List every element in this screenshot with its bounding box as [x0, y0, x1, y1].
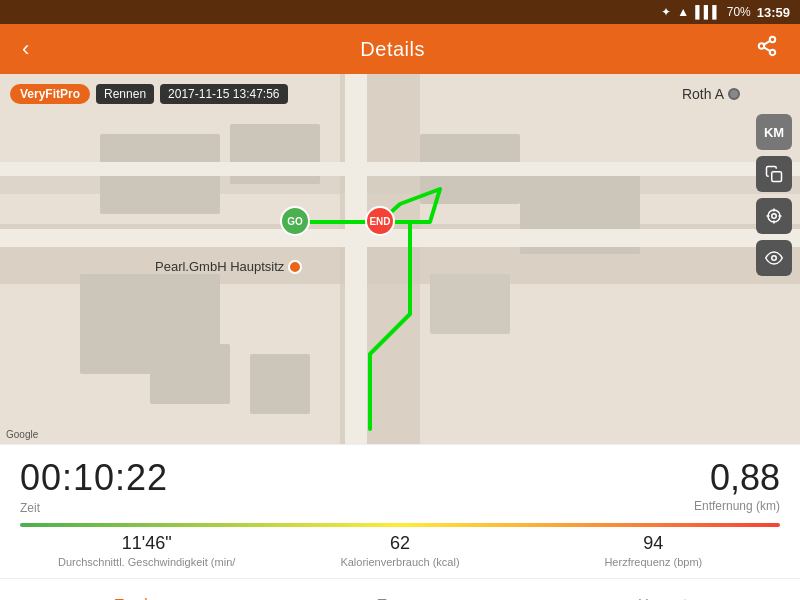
bottom-nav: Track Tempo Herzrate	[0, 578, 800, 600]
svg-line-3	[764, 47, 770, 51]
end-marker: END	[365, 206, 395, 236]
speed-value: 11'46"	[20, 533, 273, 554]
type-tag: Rennen	[96, 84, 154, 104]
distance-value: 0,88	[694, 457, 780, 499]
time-stat: 00:10:22 Zeit	[20, 457, 168, 515]
svg-rect-15	[150, 344, 230, 404]
color-bar	[20, 523, 780, 527]
svg-rect-13	[430, 274, 510, 334]
roth-label: Roth A	[682, 86, 740, 102]
app-header: ‹ Details	[0, 24, 800, 74]
svg-point-27	[772, 256, 777, 261]
km-button[interactable]: KM	[756, 114, 792, 150]
svg-rect-20	[772, 172, 782, 182]
date-tag: 2017-11-15 13:47:56	[160, 84, 287, 104]
stats-main: 00:10:22 Zeit 0,88 Entfernung (km)	[20, 457, 780, 515]
tab-tempo[interactable]: Tempo	[267, 581, 534, 600]
stats-panel: 00:10:22 Zeit 0,88 Entfernung (km) 11'46…	[0, 444, 800, 578]
back-button[interactable]: ‹	[14, 32, 37, 66]
pearl-label: Pearl.GmbH Hauptsitz	[155, 259, 302, 274]
tab-herzrate[interactable]: Herzrate	[533, 581, 800, 600]
share-button[interactable]	[748, 31, 786, 67]
battery-icon: 70%	[727, 5, 751, 19]
distance-stat: 0,88 Entfernung (km)	[694, 457, 780, 513]
speed-label: Durchschnittl. Geschwindigkeit (min/	[20, 556, 273, 568]
heartrate-stat: 94 Herzfrequenz (bpm)	[527, 533, 780, 568]
speed-stat: 11'46" Durchschnittl. Geschwindigkeit (m…	[20, 533, 273, 568]
svg-rect-19	[0, 162, 800, 176]
go-marker: GO	[280, 206, 310, 236]
roth-dot	[728, 88, 740, 100]
sub-stats: 11'46" Durchschnittl. Geschwindigkeit (m…	[20, 533, 780, 568]
time-label: Zeit	[20, 501, 168, 515]
bluetooth-icon: ✦	[661, 5, 671, 19]
svg-rect-18	[345, 74, 367, 444]
svg-rect-16	[250, 354, 310, 414]
copy-button[interactable]	[756, 156, 792, 192]
map-buttons: KM	[756, 114, 792, 276]
calories-label: Kalorienverbrauch (kcal)	[273, 556, 526, 568]
map-container[interactable]: VeryFitPro Rennen 2017-11-15 13:47:56 GO…	[0, 74, 800, 444]
status-time: 13:59	[757, 5, 790, 20]
svg-point-21	[768, 210, 780, 222]
target-button[interactable]	[756, 198, 792, 234]
svg-rect-17	[0, 229, 800, 247]
pearl-dot	[288, 260, 302, 274]
map-tagbar: VeryFitPro Rennen 2017-11-15 13:47:56	[10, 84, 288, 104]
heartrate-value: 94	[527, 533, 780, 554]
svg-point-22	[772, 214, 777, 219]
wifi-icon: ▲	[677, 5, 689, 19]
google-watermark: Google	[6, 429, 38, 440]
status-bar: ✦ ▲ ▌▌▌ 70% 13:59	[0, 0, 800, 24]
tab-track[interactable]: Track	[0, 581, 267, 600]
calories-value: 62	[273, 533, 526, 554]
time-value: 00:10:22	[20, 457, 168, 499]
heartrate-label: Herzfrequenz (bpm)	[527, 556, 780, 568]
distance-label: Entfernung (km)	[694, 499, 780, 513]
app-tag: VeryFitPro	[10, 84, 90, 104]
calories-stat: 62 Kalorienverbrauch (kcal)	[273, 533, 526, 568]
eye-button[interactable]	[756, 240, 792, 276]
signal-icon: ▌▌▌	[695, 5, 721, 19]
svg-line-4	[764, 41, 770, 45]
page-title: Details	[360, 38, 425, 61]
